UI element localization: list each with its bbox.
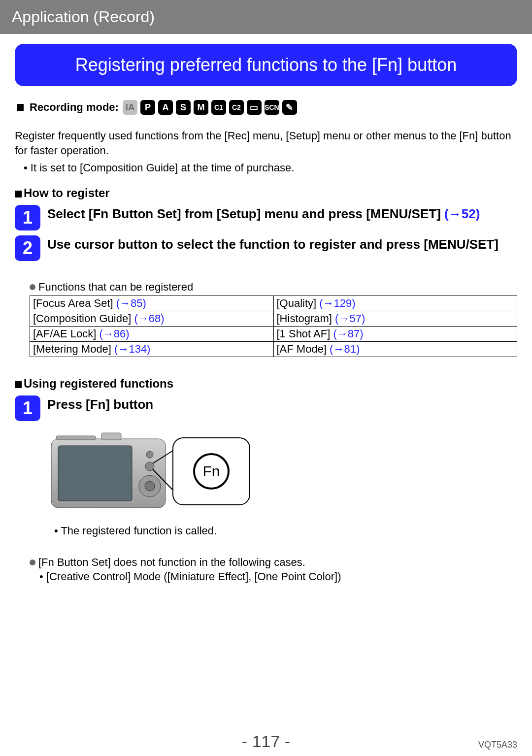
mode-c2-icon: C2	[229, 100, 244, 115]
recording-mode-label: Recording mode:	[30, 101, 119, 114]
step-number-badge: 1	[15, 395, 40, 421]
page-link[interactable]: (→81)	[330, 343, 360, 355]
table-cell: [Histogram] (→57)	[273, 311, 517, 327]
functions-table: [Focus Area Set] (→85)[Quality] (→129)[C…	[30, 296, 517, 357]
mode-c1-icon: C1	[211, 100, 226, 115]
table-cell: [Composition Guide] (→68)	[30, 311, 274, 327]
how-to-register-heading: How to register	[15, 186, 517, 200]
page-link[interactable]: (→129)	[319, 297, 355, 309]
link-52[interactable]: (→52)	[444, 206, 480, 221]
note-line-2: • [Creative Control] Mode ([Miniature Ef…	[39, 569, 517, 584]
table-cell: [Focus Area Set] (→85)	[30, 296, 274, 311]
using-step-1-text: Press [Fn] button	[47, 395, 153, 413]
svg-rect-3	[58, 446, 132, 501]
using-step-1: 1 Press [Fn] button	[15, 395, 517, 421]
svg-rect-1	[56, 436, 96, 440]
document-code: VQT5A33	[478, 740, 517, 750]
section-title: Application (Record)	[12, 8, 155, 26]
step-1: 1 Select [Fn Button Set] from [Setup] me…	[15, 205, 517, 230]
step-number-badge: 2	[15, 235, 40, 261]
mode-ia-icon: iA	[123, 100, 137, 115]
mode-creative-icon: ✎	[282, 100, 297, 115]
result-text: • The registered function is called.	[54, 524, 517, 538]
mode-panorama-icon: ▭	[247, 100, 262, 115]
square-bullet-icon	[15, 381, 22, 388]
mode-m-icon: M	[194, 100, 208, 115]
page-link[interactable]: (→134)	[114, 343, 150, 355]
functions-that-can-be-registered: Functions that can be registered	[30, 281, 517, 294]
step-2: 2 Use cursor button to select the functi…	[15, 235, 517, 261]
page-title: Registering preferred functions to the […	[75, 55, 457, 75]
breadcrumb: Application (Record)	[0, 0, 532, 34]
notes-block: [Fn Button Set] does not function in the…	[30, 555, 517, 584]
camera-illustration-block: Fn	[47, 426, 517, 517]
table-cell: [Metering Mode] (→134)	[30, 342, 274, 357]
round-bullet-icon	[30, 284, 35, 290]
svg-point-7	[145, 481, 155, 491]
table-cell: [AF Mode] (→81)	[273, 342, 517, 357]
fn-callout: Fn	[172, 437, 250, 505]
mode-scn-icon: SCN	[265, 100, 279, 115]
square-bullet-icon	[17, 104, 24, 111]
mode-p-icon: P	[140, 100, 155, 115]
svg-rect-2	[101, 433, 121, 440]
table-cell: [AF/AE Lock] (→86)	[30, 327, 274, 342]
camera-diagram	[47, 426, 175, 517]
table-cell: [1 Shot AF] (→87)	[273, 327, 517, 342]
round-bullet-icon	[30, 559, 35, 565]
mode-a-icon: A	[158, 100, 173, 115]
page-link[interactable]: (→85)	[116, 297, 146, 309]
page-link[interactable]: (→57)	[335, 312, 365, 325]
square-bullet-icon	[15, 191, 22, 197]
mode-s-icon: S	[176, 100, 191, 115]
table-cell: [Quality] (→129)	[273, 296, 517, 311]
note-line-1: [Fn Button Set] does not function in the…	[38, 556, 305, 568]
mode-icon-group: iAPASMC1C2▭SCN✎	[123, 100, 297, 115]
fn-button-icon: Fn	[193, 453, 230, 490]
step-2-text: Use cursor button to select the function…	[47, 235, 499, 253]
page-link[interactable]: (→87)	[333, 328, 363, 340]
page-link[interactable]: (→86)	[100, 328, 130, 340]
svg-point-4	[146, 451, 153, 458]
page-title-banner: Registering preferred functions to the […	[15, 44, 517, 86]
intro-paragraph: Register frequently used functions from …	[15, 129, 517, 158]
step-number-badge: 1	[15, 205, 40, 230]
step-1-text: Select [Fn Button Set] from [Setup] menu…	[47, 205, 480, 223]
recording-mode-row: Recording mode: iAPASMC1C2▭SCN✎	[17, 100, 517, 115]
page-number: - 117 -	[242, 732, 290, 751]
using-registered-heading: Using registered functions	[15, 377, 517, 391]
page-footer: - 117 - VQT5A33	[0, 732, 532, 756]
intro-bullet: • It is set to [Composition Guide] at th…	[24, 161, 517, 175]
page-link[interactable]: (→68)	[134, 312, 164, 325]
